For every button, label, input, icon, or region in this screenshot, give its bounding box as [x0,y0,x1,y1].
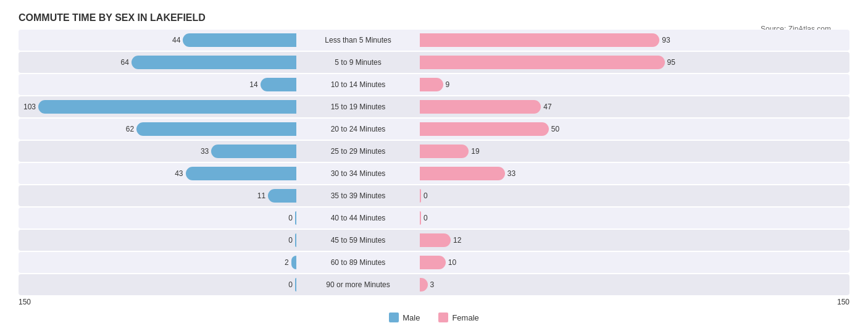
bars-container: 44 Less than 5 Minutes 93 64 5 to 9 Minu… [19,30,849,295]
male-value: 103 [19,103,36,111]
female-value: 9 [446,80,463,89]
male-value: 43 [166,169,183,178]
chart-title: COMMUTE TIME BY SEX IN LAKEFIELD [19,12,849,23]
female-label: Female [452,313,478,322]
category-label: 25 to 29 Minutes [296,147,420,156]
male-value: 0 [275,280,293,289]
category-label: 15 to 19 Minutes [296,103,420,111]
female-bar [420,278,428,292]
male-bar [183,33,296,47]
category-label: 20 to 24 Minutes [296,125,420,133]
female-value: 50 [551,125,569,133]
male-bar [291,256,296,269]
female-bar [420,256,446,269]
female-bar [420,56,665,69]
table-row: 14 10 to 14 Minutes 9 [19,74,849,95]
female-value: 19 [471,147,488,156]
male-value: 11 [248,191,265,200]
male-bar [136,122,296,136]
male-bar [131,56,296,69]
female-value: 0 [424,214,441,222]
legend-male: Male [389,313,420,322]
female-bar [420,78,443,91]
category-label: 35 to 39 Minutes [296,191,420,200]
male-value: 64 [112,58,129,67]
category-label: 30 to 34 Minutes [296,169,420,178]
table-row: 0 45 to 59 Minutes 12 [19,230,849,251]
category-label: 5 to 9 Minutes [296,58,420,67]
category-label: 90 or more Minutes [296,280,420,289]
female-bar [420,122,549,136]
chart-area: 44 Less than 5 Minutes 93 64 5 to 9 Minu… [19,30,849,322]
female-value: 0 [424,191,441,200]
category-label: 60 to 89 Minutes [296,258,420,267]
female-value: 3 [430,280,448,289]
table-row: 33 25 to 29 Minutes 19 [19,141,849,162]
table-row: 62 20 to 24 Minutes 50 [19,119,849,140]
male-value: 14 [241,80,258,89]
female-bar [420,33,659,47]
legend: Male Female [19,313,849,322]
female-bar [420,233,451,247]
table-row: 0 90 or more Minutes 3 [19,274,849,295]
table-row: 0 40 to 44 Minutes 0 [19,208,849,229]
male-bar [268,189,296,203]
axis-right: 150 [837,298,849,306]
table-row: 64 5 to 9 Minutes 95 [19,52,849,73]
category-label: Less than 5 Minutes [296,36,420,44]
male-value: 44 [163,36,180,44]
male-color-swatch [389,313,399,322]
table-row: 2 60 to 89 Minutes 10 [19,252,849,273]
female-value: 47 [543,103,561,111]
female-bar [420,211,421,225]
male-value: 0 [275,236,293,245]
male-label: Male [403,313,420,322]
male-bar [261,78,296,91]
female-value: 12 [453,236,470,245]
male-value: 2 [272,258,289,267]
female-bar [420,145,469,158]
axis-row: 150 150 [19,298,849,306]
legend-female: Female [438,313,478,322]
female-color-swatch [438,313,448,322]
category-label: 40 to 44 Minutes [296,214,420,222]
female-value: 33 [507,169,525,178]
table-row: 44 Less than 5 Minutes 93 [19,30,849,51]
table-row: 11 35 to 39 Minutes 0 [19,185,849,206]
female-value: 93 [662,36,679,44]
male-value: 62 [117,125,134,133]
female-value: 10 [448,258,465,267]
male-bar [38,100,296,114]
male-value: 33 [191,147,209,156]
category-label: 45 to 59 Minutes [296,236,420,245]
female-value: 95 [667,58,685,67]
male-bar [211,145,296,158]
male-bar [186,167,297,180]
female-bar [420,189,421,203]
category-label: 10 to 14 Minutes [296,80,420,89]
table-row: 103 15 to 19 Minutes 47 [19,96,849,117]
table-row: 43 30 to 34 Minutes 33 [19,163,849,184]
axis-left: 150 [19,298,31,306]
female-bar [420,167,505,180]
male-value: 0 [275,214,293,222]
female-bar [420,100,541,114]
